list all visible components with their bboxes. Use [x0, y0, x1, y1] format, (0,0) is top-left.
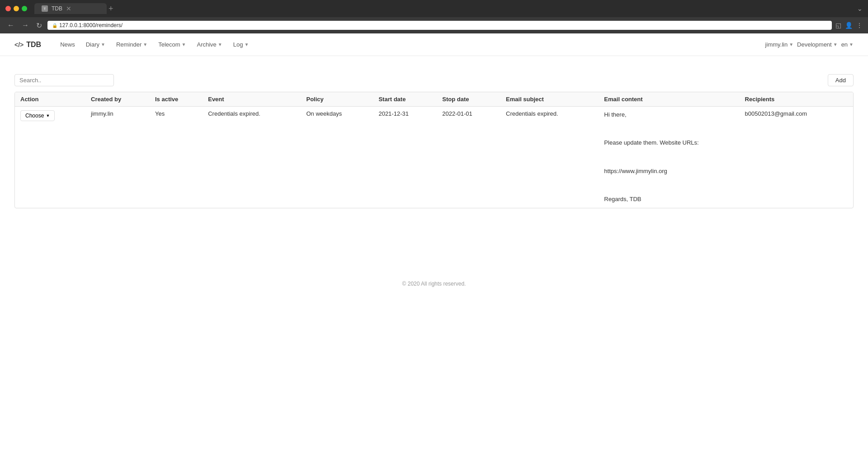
add-button[interactable]: Add	[828, 74, 854, 86]
table-header-row: Action Created by Is active Event Policy…	[15, 92, 853, 107]
policy-cell: On weekdays	[301, 107, 373, 208]
extension-button[interactable]: ◱	[835, 22, 841, 29]
col-created-by: Created by	[85, 92, 150, 107]
diary-caret-icon: ▼	[101, 42, 105, 47]
tab-bar: T TDB ✕ +	[34, 3, 113, 14]
new-tab-button[interactable]: +	[108, 4, 113, 14]
nav-item-archive[interactable]: Archive ▼	[193, 38, 227, 51]
browser-toolbar: ← → ↻ 🔒 127.0.0.1:8000/reminders/ ◱ 👤 ⋮	[0, 17, 868, 33]
tab-title: TDB	[52, 5, 62, 12]
col-recipients: Recipients	[740, 92, 853, 107]
reminders-table: Action Created by Is active Event Policy…	[15, 92, 853, 208]
url-text: 127.0.0.1:8000/reminders/	[59, 22, 123, 28]
col-stop-date: Stop date	[437, 92, 500, 107]
toolbar: Add	[14, 74, 854, 86]
footer-text: © 2020 All rights reserved.	[402, 281, 466, 287]
back-button[interactable]: ←	[5, 20, 16, 30]
nav-right: jimmy.lin ▼ Development ▼ en ▼	[765, 41, 854, 48]
email-subject-cell: Credentials expired.	[500, 107, 599, 208]
col-email-subject: Email subject	[500, 92, 599, 107]
search-input[interactable]	[14, 74, 114, 86]
col-email-content: Email content	[599, 92, 739, 107]
forward-button[interactable]: →	[20, 20, 31, 30]
user-caret-icon: ▼	[789, 42, 793, 47]
start-date-cell: 2021-12-31	[373, 107, 437, 208]
col-policy: Policy	[301, 92, 373, 107]
nav-item-log[interactable]: Log ▼	[229, 38, 254, 51]
lock-icon: 🔒	[52, 23, 57, 28]
choose-caret-icon: ▼	[46, 113, 50, 118]
reminder-caret-icon: ▼	[143, 42, 147, 47]
tab-favicon: T	[42, 5, 48, 12]
nav-environment-menu[interactable]: Development ▼	[797, 41, 838, 48]
brand-name[interactable]: TDB	[26, 41, 41, 49]
window-controls[interactable]: ⌄	[857, 5, 863, 12]
recipients-cell: b00502013@gmail.com	[740, 107, 853, 208]
nav-language-menu[interactable]: en ▼	[841, 41, 854, 48]
nav-item-diary[interactable]: Diary ▼	[81, 38, 110, 51]
environment-caret-icon: ▼	[833, 42, 838, 47]
address-bar[interactable]: 🔒 127.0.0.1:8000/reminders/	[47, 21, 832, 30]
nav-user-menu[interactable]: jimmy.lin ▼	[765, 41, 794, 48]
traffic-lights	[5, 6, 27, 11]
nav-environment-label: Development	[797, 41, 832, 48]
menu-button[interactable]: ⋮	[856, 22, 863, 29]
browser-actions: ◱ 👤 ⋮	[835, 22, 863, 29]
navbar: </> TDB News Diary ▼ Reminder ▼ Telecom …	[0, 33, 868, 56]
maximize-window-button[interactable]	[22, 6, 27, 11]
event-cell: Credentials expired.	[203, 107, 301, 208]
table-container: Action Created by Is active Event Policy…	[14, 92, 854, 208]
nav-item-reminder[interactable]: Reminder ▼	[112, 38, 152, 51]
brand-icon: </>	[14, 41, 24, 48]
footer: © 2020 All rights reserved.	[0, 272, 868, 296]
nav-item-telecom[interactable]: Telecom ▼	[154, 38, 190, 51]
is-active-cell: Yes	[150, 107, 203, 208]
nav-user-name: jimmy.lin	[765, 41, 788, 48]
col-action: Action	[15, 92, 85, 107]
stop-date-cell: 2022-01-01	[437, 107, 500, 208]
nav-items: News Diary ▼ Reminder ▼ Telecom ▼ Archiv…	[56, 38, 765, 51]
email-content-cell: Hi there,Please update them. Website URL…	[599, 107, 739, 208]
user-account-button[interactable]: 👤	[845, 22, 853, 29]
minimize-window-button[interactable]	[14, 6, 19, 11]
app-container: </> TDB News Diary ▼ Reminder ▼ Telecom …	[0, 33, 868, 465]
nav-item-news[interactable]: News	[56, 38, 80, 51]
col-is-active: Is active	[150, 92, 203, 107]
col-event: Event	[203, 92, 301, 107]
nav-language-label: en	[841, 41, 848, 48]
browser-chrome: T TDB ✕ + ⌄ ← → ↻ 🔒 127.0.0.1:8000/remin…	[0, 0, 868, 33]
action-cell: Choose ▼	[15, 107, 85, 208]
close-window-button[interactable]	[5, 6, 11, 11]
choose-button[interactable]: Choose ▼	[20, 110, 55, 121]
main-content: Add Action Created by Is active Event Po…	[0, 56, 868, 226]
language-caret-icon: ▼	[849, 42, 854, 47]
brand: </> TDB	[14, 41, 41, 49]
telecom-caret-icon: ▼	[182, 42, 186, 47]
log-caret-icon: ▼	[244, 42, 249, 47]
tab-close-button[interactable]: ✕	[66, 5, 71, 12]
created-by-cell: jimmy.lin	[85, 107, 150, 208]
archive-caret-icon: ▼	[218, 42, 222, 47]
table-row: Choose ▼jimmy.linYesCredentials expired.…	[15, 107, 853, 208]
reload-button[interactable]: ↻	[34, 20, 44, 31]
active-tab[interactable]: T TDB ✕	[34, 3, 107, 14]
col-start-date: Start date	[373, 92, 437, 107]
